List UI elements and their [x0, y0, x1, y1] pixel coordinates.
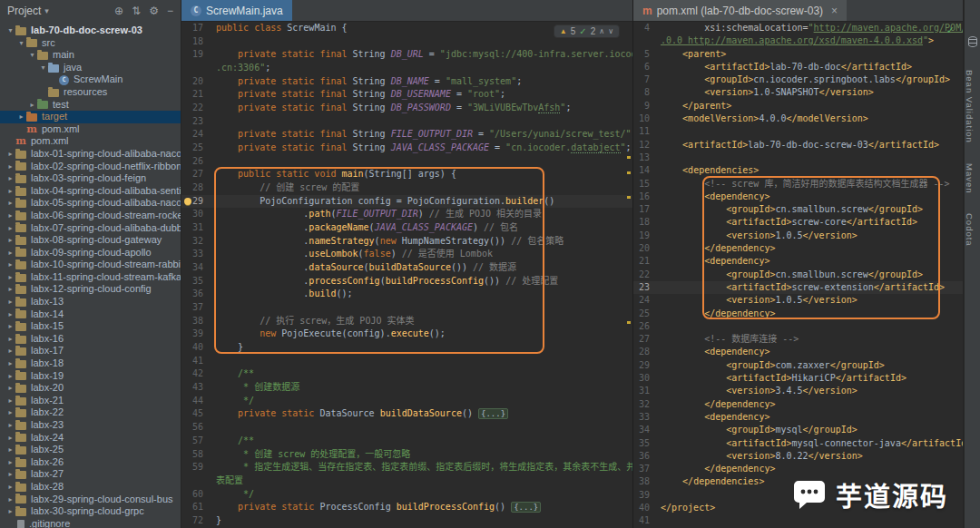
code-line[interactable]: 14 <dependencies>: [633, 164, 963, 177]
tree-item[interactable]: ▸labx-29-spring-cloud-consul-bus: [0, 494, 181, 506]
line-number[interactable]: 31: [633, 385, 655, 397]
tree-chevron-icon[interactable]: ▸: [5, 148, 15, 161]
tree-chevron-icon[interactable]: ▸: [5, 320, 15, 333]
code-line[interactable]: 34 <groupId>mysql</groupId>: [633, 424, 963, 436]
line-number[interactable]: 27: [181, 168, 209, 181]
code-line[interactable]: 28 // 创建 screw 的配置: [181, 181, 632, 195]
code-line[interactable]: 72}: [181, 514, 632, 528]
code-line[interactable]: 29 <groupId>com.zaxxer</groupId>: [633, 359, 963, 372]
line-number[interactable]: 5: [633, 48, 655, 61]
code-line[interactable]: 22 private static final String DB_PASSWO…: [181, 102, 632, 115]
code-line[interactable]: 5 <parent>: [633, 48, 963, 61]
line-number[interactable]: 34: [633, 424, 655, 436]
tree-item[interactable]: .gitignore: [0, 518, 181, 528]
tree-chevron-icon[interactable]: ▸: [5, 185, 15, 198]
line-number[interactable]: 41: [633, 514, 655, 527]
tool-window-button-maven[interactable]: Maven: [965, 163, 975, 194]
line-number[interactable]: [181, 62, 209, 75]
code-line[interactable]: .cn:3306";: [181, 62, 632, 75]
line-number[interactable]: 59: [181, 461, 209, 474]
code-line[interactable]: 32 .nameStrategy(new HumpNameStrategy())…: [181, 235, 632, 249]
line-number[interactable]: 23: [633, 281, 655, 294]
tree-chevron-icon[interactable]: ▸: [5, 345, 15, 357]
code-line[interactable]: 59 * 指定生成逻辑、当存在指定表、指定表前缀、指定表后缀时，将生成指定表，其…: [181, 461, 632, 474]
line-number[interactable]: 22: [633, 269, 655, 281]
code-line[interactable]: 41: [633, 514, 963, 527]
line-number[interactable]: 28: [181, 181, 209, 195]
locate-file-icon[interactable]: ⊕: [114, 5, 123, 16]
tree-chevron-icon[interactable]: ▾: [27, 49, 37, 62]
line-number[interactable]: 37: [633, 463, 655, 475]
code-line[interactable]: 7 <groupId>cn.iocoder.springboot.labs</g…: [633, 73, 963, 86]
code-line[interactable]: 19 private static final String DB_URL = …: [181, 48, 632, 62]
line-number[interactable]: 72: [181, 514, 209, 528]
line-number[interactable]: 14: [633, 164, 655, 177]
code-line[interactable]: 32 </dependency>: [633, 398, 963, 411]
tree-chevron-icon[interactable]: ▸: [5, 333, 15, 346]
code-line[interactable]: 38 // 执行 screw，生成 POJO 实体类: [181, 315, 632, 328]
line-number[interactable]: 34: [181, 261, 209, 275]
tree-item[interactable]: ▸labx-03-spring-cloud-feign: [0, 172, 181, 185]
line-number[interactable]: 18: [181, 35, 209, 49]
code-line[interactable]: 12 <artifactId>lab-70-db-doc-screw-03</a…: [633, 139, 963, 152]
code-line[interactable]: 41: [181, 355, 632, 368]
line-number[interactable]: 21: [633, 255, 655, 268]
editor-content-screwmain[interactable]: 17public class ScrewMain {1819 private s…: [181, 22, 632, 528]
tree-chevron-icon[interactable]: ▾: [5, 24, 15, 37]
prev-problem-icon[interactable]: ∧: [599, 27, 604, 35]
line-number[interactable]: 35: [633, 437, 655, 450]
line-number[interactable]: 33: [181, 248, 209, 261]
tree-item[interactable]: ▸labx-01-spring-cloud-alibaba-nacos-disc: [0, 148, 181, 161]
line-number[interactable]: 40: [181, 341, 209, 355]
line-number[interactable]: 37: [181, 301, 209, 315]
code-line[interactable]: 33 <dependency>: [633, 411, 963, 424]
scrollbar-mark[interactable]: [627, 321, 631, 324]
tree-item[interactable]: ▾java: [0, 62, 181, 74]
line-number[interactable]: 6: [633, 61, 655, 73]
tree-item[interactable]: ▸labx-07-spring-cloud-alibaba-dubbo: [0, 222, 181, 235]
tree-item[interactable]: ▸labx-28: [0, 481, 181, 494]
tool-window-button-codota[interactable]: Codota: [965, 213, 975, 247]
tree-chevron-icon[interactable]: ▸: [5, 308, 15, 321]
next-problem-icon[interactable]: ∨: [608, 27, 613, 35]
close-icon[interactable]: ×: [831, 5, 838, 17]
tree-item[interactable]: ▾main: [0, 49, 181, 62]
tree-chevron-icon[interactable]: ▸: [5, 370, 15, 383]
code-line[interactable]: 30 .path(FILE_OUTPUT_DIR) // 生成 POJO 相关的…: [181, 208, 632, 221]
tree-item[interactable]: ▸labx-14: [0, 308, 181, 321]
line-number[interactable]: [633, 34, 655, 47]
tree-item[interactable]: ▸labx-16: [0, 333, 181, 346]
code-line[interactable]: 37 </dependency>: [633, 463, 963, 475]
tree-chevron-icon[interactable]: ▸: [5, 357, 15, 370]
line-number[interactable]: 15: [633, 178, 655, 191]
tree-chevron-icon[interactable]: ▸: [5, 432, 15, 445]
code-line[interactable]: 8 <version>1.0-SNAPSHOT</version>: [633, 86, 963, 99]
scrollbar-mark[interactable]: [627, 196, 631, 199]
code-line[interactable]: 25 </dependency>: [633, 308, 963, 320]
tree-item[interactable]: ▸labx-13: [0, 296, 181, 308]
line-number[interactable]: 17: [633, 203, 655, 216]
tree-chevron-icon[interactable]: ▸: [5, 210, 15, 222]
code-line[interactable]: 10 <modelVersion>4.0.0</modelVersion>: [633, 112, 963, 125]
tree-chevron-icon[interactable]: ▸: [5, 481, 15, 494]
tree-item[interactable]: ▸labx-11-spring-cloud-stream-kafka: [0, 271, 181, 284]
code-line[interactable]: 58 * 创建 screw 的处理配置，一般可忽略: [181, 448, 632, 462]
tree-chevron-icon[interactable]: ▸: [5, 222, 15, 235]
code-line[interactable]: 25 private static final String JAVA_CLAS…: [181, 142, 632, 155]
scrollbar-mark[interactable]: [627, 156, 631, 159]
tree-chevron-icon[interactable]: ▸: [5, 395, 15, 407]
code-line[interactable]: 28 <dependency>: [633, 346, 963, 358]
line-number[interactable]: 41: [181, 355, 209, 368]
line-number[interactable]: 8: [633, 86, 655, 99]
database-icon[interactable]: [968, 36, 977, 47]
tree-item[interactable]: CScrewMain: [0, 73, 181, 86]
code-line[interactable]: 44 */: [181, 395, 632, 408]
line-number[interactable]: 38: [181, 315, 209, 328]
tree-item[interactable]: ▸labx-23: [0, 419, 181, 432]
tree-item[interactable]: ▸labx-20: [0, 382, 181, 395]
tree-item[interactable]: ▸labx-30-spring-cloud-grpc: [0, 505, 181, 518]
project-view-selector[interactable]: Project ▾: [7, 5, 49, 17]
code-line[interactable]: 27 public static void main(String[] args…: [181, 168, 632, 181]
tree-item[interactable]: ▾src: [0, 37, 181, 50]
line-number[interactable]: 10: [633, 112, 655, 125]
